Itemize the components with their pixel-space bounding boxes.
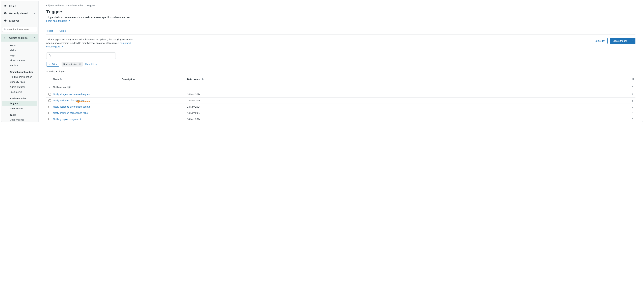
search-admin-center[interactable] (2, 27, 37, 32)
create-trigger-button[interactable]: Create trigger (610, 38, 630, 44)
row-checkbox[interactable] (48, 112, 51, 114)
filter-chip-status[interactable]: Status Active ✕ (62, 62, 83, 66)
tab-ticket[interactable]: Ticket (46, 28, 53, 34)
row-date: 14 Nov 2024 (187, 118, 242, 120)
nav-discover[interactable]: Discover (1, 17, 38, 24)
clear-filters-link[interactable]: Clear filters (85, 63, 97, 65)
sidebar-item-routing-config[interactable]: Routing configuration (1, 74, 38, 79)
page-title: Triggers (46, 9, 636, 14)
svg-rect-4 (633, 78, 634, 80)
breadcrumb-triggers: Triggers (87, 4, 95, 7)
external-link-icon: ↗ (68, 19, 70, 22)
table-row: Notify all agents of received request 14… (46, 91, 636, 97)
chevron-down-icon (33, 12, 36, 15)
col-name[interactable]: Name ⇅ (53, 78, 122, 81)
search-admin-input[interactable] (7, 28, 36, 31)
row-checkbox[interactable] (48, 118, 51, 120)
table-row: Notify assignee of comment update 14 Nov… (46, 104, 636, 110)
search-icon (48, 54, 51, 57)
trigger-link[interactable]: Notify assignee of reopened ticket (53, 112, 88, 114)
trigger-group-row: Notifications 8 ⋮ (46, 83, 636, 91)
row-date: 14 Nov 2024 (187, 93, 242, 96)
edit-order-button[interactable]: Edit order (592, 38, 608, 44)
home-icon (4, 4, 7, 7)
star-icon (4, 19, 7, 22)
svg-rect-5 (634, 78, 634, 80)
col-date-created[interactable]: Date created ⇅ (187, 78, 242, 81)
sidebar-item-forms[interactable]: Forms (1, 43, 38, 48)
svg-point-1 (4, 28, 5, 30)
sidebar-item-idle-timeout[interactable]: Idle timeout (1, 89, 38, 94)
tab-description: Ticket triggers run every time a ticket … (46, 38, 134, 48)
nav-recently-viewed[interactable]: Recently viewed (1, 9, 38, 17)
filter-button[interactable]: Filter (46, 62, 59, 66)
sidebar-item-triggers[interactable]: Triggers (2, 101, 37, 106)
group-business-rules: Business rules (1, 94, 38, 101)
sort-icon: ⇅ (202, 78, 204, 80)
tabs: Ticket Object (46, 28, 636, 34)
learn-about-triggers-link[interactable]: Learn about triggers ↗ (46, 19, 70, 22)
section-label: Objects and rules (9, 36, 28, 39)
triggers-table: Name ⇅ Description Date created ⇅ Notifi… (46, 76, 636, 122)
remove-chip-icon[interactable]: ✕ (79, 63, 81, 65)
sidebar-item-fields[interactable]: Fields (1, 48, 38, 53)
group-tools: Tools (1, 111, 38, 117)
table-row: Notify assignee of assignment 14 Nov 202… (46, 97, 636, 104)
trigger-link[interactable]: Notify assignee of comment update (53, 105, 90, 108)
breadcrumb: Objects and rules › Business rules › Tri… (46, 4, 636, 7)
search-triggers-input[interactable] (46, 52, 116, 59)
table-row: Notify assignee of reopened ticket 14 No… (46, 110, 636, 116)
filter-icon (48, 63, 51, 65)
tab-object[interactable]: Object (59, 28, 66, 34)
group-actions-menu[interactable]: ⋮ (632, 86, 636, 88)
svg-point-2 (49, 54, 50, 56)
collapse-group-icon[interactable] (46, 86, 53, 88)
nav-home[interactable]: Home (1, 2, 38, 9)
table-header: Name ⇅ Description Date created ⇅ (46, 76, 636, 83)
row-actions-menu[interactable]: ⋮ (242, 105, 636, 108)
showing-count: Showing 8 triggers (46, 70, 636, 73)
sidebar-item-tags[interactable]: Tags (1, 53, 38, 58)
row-date: 14 Nov 2024 (187, 105, 242, 108)
sidebar-item-automations[interactable]: Automations (1, 106, 38, 111)
row-checkbox[interactable] (48, 99, 51, 102)
sidebar: Home Recently viewed Discover Objects an… (1, 1, 38, 122)
create-trigger-split: Create trigger (610, 38, 636, 44)
sidebar-item-ticket-statuses[interactable]: Ticket statuses (1, 58, 38, 63)
trigger-link[interactable]: Notify all agents of received request (53, 93, 90, 96)
nav-discover-label: Discover (9, 19, 19, 22)
create-trigger-dropdown[interactable] (630, 38, 636, 44)
col-description[interactable]: Description (122, 78, 187, 81)
group-name: Notifications (53, 86, 66, 88)
columns-settings-icon[interactable] (632, 78, 634, 81)
group-count-badge: 8 (67, 86, 71, 88)
row-actions-menu[interactable]: ⋮ (242, 99, 636, 102)
sidebar-item-data-importer[interactable]: Data importer (1, 117, 38, 122)
sort-icon: ⇅ (60, 78, 62, 80)
clock-icon (4, 12, 7, 15)
breadcrumb-business-rules[interactable]: Business rules (68, 4, 83, 7)
row-date: 14 Nov 2024 (187, 99, 242, 102)
group-omnichannel: Omnichannel routing (1, 68, 38, 74)
row-actions-menu[interactable]: ⋮ (242, 112, 636, 114)
svg-rect-3 (632, 78, 632, 80)
trigger-link[interactable]: Notify assignee of assignment (53, 99, 84, 102)
trigger-link[interactable]: Notify group of assignment (53, 118, 81, 120)
nav-recently-viewed-label: Recently viewed (9, 12, 28, 15)
sidebar-item-settings[interactable]: Settings (1, 63, 38, 68)
row-actions-menu[interactable]: ⋮ (242, 93, 636, 96)
page-description: Triggers help you automate common tasks … (46, 16, 636, 23)
chevron-up-icon (33, 36, 36, 39)
search-icon (4, 28, 6, 31)
row-date: 14 Nov 2024 (187, 112, 242, 114)
breadcrumb-sep: › (85, 4, 86, 7)
sidebar-item-capacity-rules[interactable]: Capacity rules (1, 79, 38, 84)
row-actions-menu[interactable]: ⋮ (242, 118, 636, 120)
nav-home-label: Home (9, 4, 16, 7)
objects-rules-icon (4, 36, 7, 39)
row-checkbox[interactable] (48, 93, 51, 95)
section-objects-and-rules[interactable]: Objects and rules (1, 34, 38, 41)
breadcrumb-objects[interactable]: Objects and rules (46, 4, 64, 7)
sidebar-item-agent-statuses[interactable]: Agent statuses (1, 84, 38, 89)
row-checkbox[interactable] (48, 106, 51, 108)
